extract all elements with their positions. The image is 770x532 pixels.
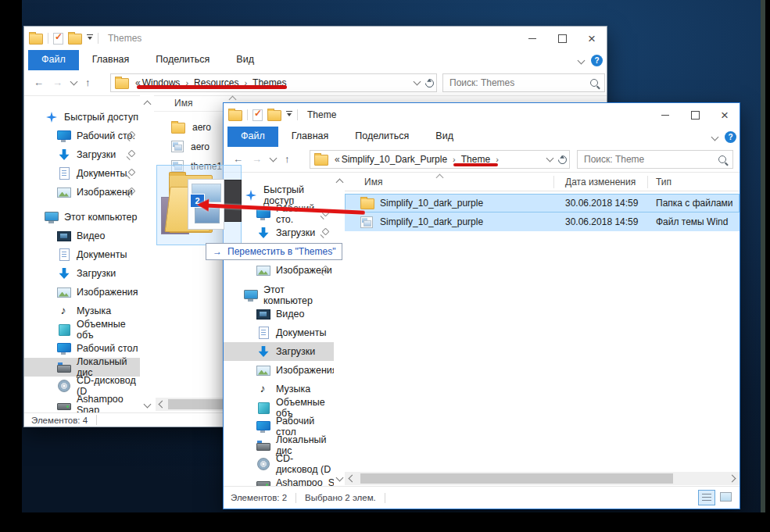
details-view-button[interactable]: [698, 490, 715, 505]
sidebar-item[interactable]: Локальный дис: [24, 358, 140, 377]
sidebar-item[interactable]: Изображени: [224, 261, 334, 280]
column-separator[interactable]: [647, 176, 648, 188]
quick-access-check-icon[interactable]: [252, 109, 263, 121]
ribbon-tab[interactable]: Главная: [79, 50, 143, 70]
address-bar[interactable]: « WindowsResourcesThemes: [110, 73, 417, 92]
quick-access-folder-icon[interactable]: [68, 34, 82, 45]
address-bar[interactable]: « Simplify_10_Dark_PurpleTheme ›: [310, 150, 550, 169]
sidebar-item[interactable]: Быстрый доступ: [24, 108, 140, 127]
sidebar-item-label: Быстрый доступ: [64, 112, 138, 123]
sidebar-item[interactable]: Рабочий стол: [224, 417, 334, 436]
sidebar-item[interactable]: Рабочий стол: [24, 339, 140, 358]
customize-toolbar-icon[interactable]: [87, 34, 93, 43]
ribbon-tab[interactable]: Поделиться: [142, 50, 223, 70]
column-separator[interactable]: [553, 176, 554, 188]
minimize-button[interactable]: [650, 103, 680, 127]
sidebar-item[interactable]: Музыка: [24, 302, 140, 320]
recent-locations-chevron-icon[interactable]: [270, 154, 278, 162]
back-icon[interactable]: ←: [233, 153, 243, 165]
sidebar-item[interactable]: Загрузки: [24, 145, 140, 164]
horizontal-scrollbar[interactable]: [345, 472, 740, 485]
chevron-down-icon[interactable]: [578, 56, 586, 64]
customize-toolbar-icon[interactable]: [286, 111, 292, 120]
sidebar-item[interactable]: Музыка: [224, 380, 334, 398]
close-button[interactable]: [577, 27, 607, 50]
maximize-button[interactable]: [680, 103, 710, 127]
sidebar-scrollbar[interactable]: [334, 173, 345, 486]
scroll-right-icon[interactable]: [729, 475, 736, 483]
sidebar-item[interactable]: Объемные объ: [24, 320, 140, 339]
chevron-down-icon[interactable]: [711, 133, 719, 141]
quick-access-folder-icon[interactable]: [267, 110, 281, 121]
quick-access-check-icon[interactable]: [53, 33, 63, 45]
scroll-down-icon[interactable]: [336, 474, 344, 482]
search-box[interactable]: Поиск: Themes: [442, 73, 605, 92]
sidebar-item-label: Документы: [77, 249, 127, 260]
address-dropdown-chevron-icon[interactable]: [546, 155, 553, 162]
refresh-icon[interactable]: [556, 153, 568, 166]
sidebar-item[interactable]: Загрузки: [24, 264, 140, 283]
column-header-name[interactable]: Имя: [364, 177, 382, 187]
address-dropdown-chevron-icon[interactable]: [413, 78, 421, 86]
file-row[interactable]: Simplify_10_dark_purple 30.06.2018 14:59…: [345, 212, 740, 231]
drag-tooltip-text: Переместить в "Themes": [227, 246, 335, 257]
up-icon[interactable]: ↑: [85, 77, 91, 88]
forward-icon[interactable]: →: [52, 77, 63, 88]
sidebar-item[interactable]: Изображения: [24, 283, 140, 302]
sidebar-item[interactable]: Документы: [24, 164, 140, 183]
close-button[interactable]: [710, 103, 740, 127]
ribbon-tab[interactable]: Вид: [223, 50, 267, 70]
local-disk-icon: [256, 443, 270, 451]
ribbon-tabs: ФайлГлавнаяПоделитьсяВид: [24, 50, 607, 71]
scroll-up-icon[interactable]: [336, 179, 344, 187]
sidebar-item[interactable]: CD-дисковод (D: [24, 377, 140, 395]
sidebar-scrollbar[interactable]: [140, 95, 154, 412]
sidebar-item[interactable]: CD-дисковод (D: [224, 455, 334, 473]
column-header-type[interactable]: Тип: [656, 177, 672, 187]
ribbon-tab[interactable]: Вид: [422, 127, 467, 147]
help-icon[interactable]: ?: [725, 131, 736, 143]
column-header-date[interactable]: Дата изменения: [565, 177, 636, 187]
sidebar-item-label: Музыка: [77, 305, 111, 316]
sidebar-item[interactable]: Этот компьютер: [224, 286, 334, 305]
refresh-icon[interactable]: [423, 77, 435, 89]
sidebar-item[interactable]: Видео: [24, 227, 140, 245]
sidebar-item[interactable]: Изображени: [24, 183, 140, 202]
thumbnails-view-button[interactable]: [718, 490, 733, 504]
titlebar[interactable]: Theme: [224, 103, 740, 127]
forward-icon[interactable]: →: [252, 153, 262, 165]
sidebar-item[interactable]: Изображения: [224, 361, 334, 380]
ribbon-tab[interactable]: Файл: [227, 127, 278, 147]
scroll-left-icon[interactable]: [349, 475, 356, 483]
ribbon-tab[interactable]: Главная: [278, 127, 342, 147]
scroll-left-icon[interactable]: [159, 401, 167, 409]
sidebar-item[interactable]: Ashampoo Snap: [24, 395, 140, 414]
ribbon-tab[interactable]: Поделиться: [342, 127, 422, 147]
pin-icon: [127, 188, 134, 196]
sidebar-item[interactable]: Документы: [24, 245, 140, 264]
sidebar-item[interactable]: Объемные объ: [224, 398, 334, 417]
scroll-up-icon[interactable]: [144, 101, 152, 109]
scrollbar-thumb[interactable]: [360, 473, 673, 484]
back-icon[interactable]: ←: [34, 77, 44, 88]
recent-locations-chevron-icon[interactable]: [70, 77, 78, 85]
sort-ascending-icon[interactable]: [436, 174, 444, 182]
up-icon[interactable]: ↑: [285, 153, 290, 165]
sidebar-item[interactable]: Документы: [224, 323, 334, 342]
address-controls: [544, 150, 570, 169]
minimize-button[interactable]: [518, 27, 547, 50]
column-header-name[interactable]: Имя: [174, 98, 192, 109]
sidebar-item[interactable]: Этот компьютер: [24, 208, 140, 227]
sidebar-item[interactable]: Рабочий сто.: [24, 127, 140, 145]
sidebar-item[interactable]: Локальный дис: [224, 436, 334, 455]
maximize-button[interactable]: [547, 27, 577, 50]
scroll-down-icon[interactable]: [144, 401, 152, 409]
ribbon-tab[interactable]: Файл: [28, 50, 79, 70]
breadcrumb-segment[interactable]: Simplify_10_Dark_Purple: [342, 154, 447, 165]
sidebar-item[interactable]: Загрузки: [224, 342, 334, 361]
sidebar-item[interactable]: Видео: [224, 305, 334, 323]
help-icon[interactable]: ?: [591, 55, 603, 66]
file-row[interactable]: Simplify_10_dark_purple 30.06.2018 14:59…: [345, 194, 740, 212]
search-box[interactable]: Поиск: Theme: [577, 150, 733, 169]
titlebar[interactable]: Themes: [24, 27, 607, 50]
